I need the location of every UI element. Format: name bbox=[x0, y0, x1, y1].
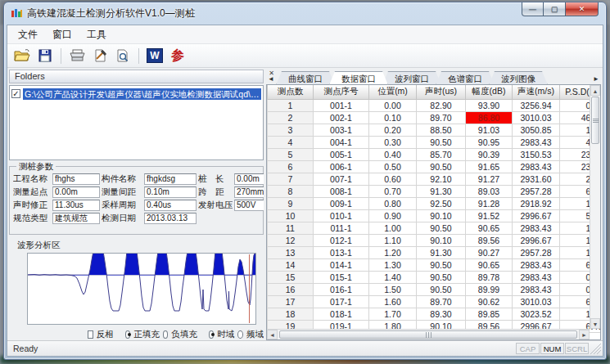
radio-time-domain[interactable] bbox=[209, 330, 215, 339]
table-row[interactable]: 7007-10.6092.1091.272931.6025.6 bbox=[268, 173, 602, 185]
table-cell[interactable]: 7 bbox=[268, 173, 314, 185]
param-field[interactable]: 500V bbox=[234, 200, 264, 211]
table-cell[interactable]: 015-1 bbox=[314, 271, 369, 283]
table-row[interactable]: 3003-10.2088.5091.033050.8514.4 bbox=[268, 124, 602, 136]
param-field[interactable]: 2013.03.13 bbox=[144, 213, 197, 224]
table-cell[interactable]: 009-1 bbox=[314, 197, 369, 209]
table-cell[interactable]: 3050.85 bbox=[513, 124, 560, 136]
table-cell[interactable]: 90.50 bbox=[417, 283, 466, 295]
table-cell[interactable]: 016-1 bbox=[314, 283, 369, 295]
table-row[interactable]: 6006-10.5090.5091.652983.43230.4 bbox=[268, 160, 602, 173]
table-cell[interactable]: 90.50 bbox=[417, 136, 466, 148]
tab-数据窗口[interactable]: 数据窗口 bbox=[329, 71, 388, 85]
waveform-cursor[interactable] bbox=[249, 254, 250, 323]
table-cell[interactable]: 0.40 bbox=[369, 148, 417, 160]
table-cell[interactable]: 90.27 bbox=[466, 246, 513, 258]
table-cell[interactable]: 8 bbox=[268, 185, 314, 197]
table-cell[interactable]: 90.62 bbox=[466, 295, 513, 308]
table-cell[interactable]: 9 bbox=[268, 197, 314, 209]
table-cell[interactable]: 89.30 bbox=[417, 308, 466, 320]
table-row[interactable]: 14014-11.3090.5090.652983.436.40 bbox=[268, 258, 602, 271]
column-header[interactable]: 声时(us) bbox=[417, 85, 466, 99]
table-row[interactable]: 9009-10.8092.5091.282918.9214.4 bbox=[268, 197, 602, 209]
table-cell[interactable]: 6 bbox=[268, 160, 314, 173]
table-cell[interactable]: 1.50 bbox=[369, 283, 417, 295]
table-cell[interactable]: 004-1 bbox=[314, 136, 369, 148]
table-cell[interactable]: 90.50 bbox=[417, 222, 466, 234]
word-export-button[interactable]: W bbox=[145, 47, 165, 65]
table-cell[interactable]: 89.56 bbox=[466, 234, 513, 246]
table-cell[interactable]: 10 bbox=[268, 209, 314, 222]
table-cell[interactable]: 017-1 bbox=[314, 295, 369, 308]
table-cell[interactable]: 2957.28 bbox=[513, 246, 560, 258]
table-cell[interactable]: 1.70 bbox=[369, 308, 417, 320]
table-cell[interactable]: 90.65 bbox=[466, 258, 513, 271]
tab-close-icon[interactable]: ✕ bbox=[267, 70, 276, 78]
table-cell[interactable]: 002-1 bbox=[314, 111, 369, 124]
resize-grip-icon[interactable] bbox=[590, 343, 601, 354]
table-cell[interactable]: 90.65 bbox=[466, 222, 513, 234]
table-cell[interactable]: 3150.53 bbox=[513, 148, 560, 160]
table-cell[interactable]: 89.85 bbox=[466, 308, 513, 320]
tab-波列图像[interactable]: 波列图像 bbox=[489, 71, 548, 85]
param-field[interactable]: 0.10m bbox=[144, 186, 197, 198]
table-cell[interactable]: 0.30 bbox=[369, 136, 417, 148]
folder-list[interactable]: ✓ G:\公司产品设计开发\超声仪器\超声仪实地检测数据调试qd\qd03\qd… bbox=[9, 85, 264, 160]
table-cell[interactable]: 007-1 bbox=[314, 173, 369, 185]
table-cell[interactable]: 90.50 bbox=[417, 258, 466, 271]
table-cell[interactable]: 82.90 bbox=[417, 99, 466, 111]
scroll-left-icon[interactable]: ◄ bbox=[267, 330, 278, 339]
column-header[interactable]: 声速(m/s) bbox=[513, 85, 560, 99]
table-cell[interactable]: 93.90 bbox=[466, 99, 513, 111]
table-row[interactable]: 1001-10.0082.9093.903256.940.00 bbox=[268, 99, 602, 111]
table-cell[interactable]: 3023.52 bbox=[513, 308, 560, 320]
table-cell[interactable]: 92.50 bbox=[417, 197, 466, 209]
table-cell[interactable]: 15 bbox=[268, 271, 314, 283]
table-cell[interactable]: 3010.03 bbox=[513, 111, 560, 124]
table-cell[interactable]: 91.30 bbox=[417, 185, 466, 197]
table-row[interactable]: 16016-11.5090.5089.992983.430.00 bbox=[268, 283, 602, 295]
table-cell[interactable]: 16 bbox=[268, 283, 314, 295]
table-cell[interactable]: 014-1 bbox=[314, 258, 369, 271]
table-row[interactable]: 8008-10.7091.3089.032957.286.40 bbox=[268, 185, 602, 197]
table-cell[interactable]: 3256.94 bbox=[513, 99, 560, 111]
table-cell[interactable]: 006-1 bbox=[314, 160, 369, 173]
parameters-button[interactable]: 参 bbox=[168, 47, 188, 65]
table-cell[interactable]: 0.90 bbox=[369, 209, 417, 222]
print-button[interactable] bbox=[67, 47, 87, 65]
horizontal-scrollbar[interactable]: ◄ ► bbox=[267, 329, 590, 339]
table-cell[interactable]: 90.39 bbox=[466, 148, 513, 160]
maximize-button[interactable]: ▢ bbox=[544, 2, 565, 16]
param-field[interactable]: 0.00m bbox=[234, 173, 264, 185]
table-cell[interactable]: 90.10 bbox=[417, 209, 466, 222]
table-cell[interactable]: 2 bbox=[268, 111, 314, 124]
param-field[interactable]: fhghs bbox=[52, 173, 100, 185]
table-cell[interactable]: 91.30 bbox=[417, 246, 466, 258]
table-cell[interactable]: 2996.67 bbox=[513, 209, 560, 222]
table-cell[interactable]: 14 bbox=[268, 258, 314, 271]
table-cell[interactable]: 1.20 bbox=[369, 246, 417, 258]
table-row[interactable]: 13013-11.2091.3090.272957.2814.4 bbox=[268, 246, 602, 258]
table-cell[interactable]: 89.70 bbox=[417, 111, 466, 124]
table-cell[interactable]: 86.80 bbox=[466, 111, 513, 124]
table-cell[interactable]: 91.27 bbox=[466, 173, 513, 185]
table-cell[interactable]: 5 bbox=[268, 148, 314, 160]
table-cell[interactable]: 2983.43 bbox=[513, 136, 560, 148]
table-cell[interactable]: 2983.43 bbox=[513, 271, 560, 283]
radio-freq-domain[interactable] bbox=[237, 330, 243, 339]
save-button[interactable] bbox=[35, 47, 55, 65]
table-row[interactable]: 4004-10.3090.5090.952983.4340.0 bbox=[268, 136, 602, 148]
table-row[interactable]: 10010-10.9090.1091.522996.6757.6 bbox=[268, 209, 602, 222]
column-header[interactable]: 位置(m) bbox=[369, 85, 417, 99]
table-cell[interactable]: 85.70 bbox=[417, 148, 466, 160]
table-row[interactable]: 12012-11.1090.1089.562996.671.60 bbox=[268, 234, 602, 246]
title-bar[interactable]: 高铁建混凝土检测分析软件V1.0—测桩 — ▢ ✕ bbox=[4, 2, 606, 23]
scroll-up-icon[interactable]: ▲ bbox=[590, 85, 600, 96]
table-cell[interactable]: 0.10 bbox=[369, 111, 417, 124]
table-cell[interactable]: 11 bbox=[268, 222, 314, 234]
tab-曲线窗口[interactable]: 曲线窗口 bbox=[276, 71, 335, 85]
table-cell[interactable]: 4 bbox=[268, 136, 314, 148]
table-cell[interactable]: 2957.28 bbox=[513, 185, 560, 197]
tab-scroll-right-icon[interactable]: ► bbox=[591, 74, 601, 85]
column-header[interactable]: 幅度(dB) bbox=[466, 85, 513, 99]
